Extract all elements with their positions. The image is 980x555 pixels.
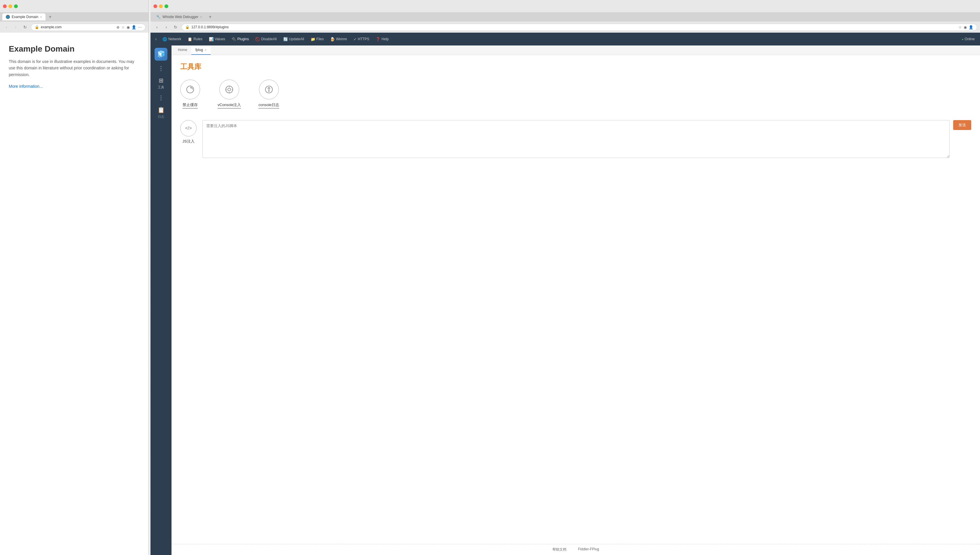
logs-label: 日志 bbox=[158, 115, 164, 119]
footer: 帮助文档 Fiddler-FPlug bbox=[172, 544, 980, 555]
vconsole-icon bbox=[219, 80, 239, 99]
dot-4 bbox=[161, 95, 162, 96]
sidebar-dots-mid bbox=[161, 92, 162, 103]
toolbar-https[interactable]: ✓ HTTPS bbox=[350, 35, 372, 43]
left-minimize-button[interactable] bbox=[8, 4, 12, 8]
sidebar-logo: 🧊 bbox=[154, 48, 167, 61]
right-tab-bar: 🔧 Whistle Web Debugger × + bbox=[151, 12, 980, 22]
right-star-icon[interactable]: ☆ bbox=[958, 25, 962, 29]
footer-fplug-link[interactable]: Fiddler-FPlug bbox=[578, 547, 599, 552]
right-extension-icon[interactable]: ◉ bbox=[964, 25, 967, 29]
right-titlebar bbox=[151, 0, 980, 12]
js-textarea-wrap: 发送 bbox=[202, 120, 971, 158]
right-new-tab-button[interactable]: + bbox=[207, 13, 214, 21]
tools-label: 工具 bbox=[158, 85, 164, 90]
whistle-content: 🧊 ⊞ 工具 bbox=[151, 45, 980, 555]
disableall-icon: 🚫 bbox=[255, 37, 260, 42]
js-inject-label: JS注入 bbox=[182, 139, 194, 144]
toolbar-help[interactable]: ❓ Help bbox=[373, 35, 392, 43]
left-url-bar-icons: ⊕ ☆ ◉ 👤 ⋯ bbox=[116, 25, 142, 29]
left-tab-close[interactable]: × bbox=[40, 15, 42, 19]
right-address-bar: ‹ › ↻ 🔒 127.0.0.1:8899/#plugins ☆ ◉ 👤 bbox=[151, 22, 980, 33]
right-profile-icon[interactable]: 👤 bbox=[969, 25, 973, 29]
toolbar-network[interactable]: 🌐 Network bbox=[159, 35, 184, 43]
footer-help-link[interactable]: 帮助文档 bbox=[553, 547, 566, 552]
dot-2 bbox=[161, 68, 162, 69]
toolbar-network-label: Network bbox=[168, 37, 181, 41]
right-url-bar[interactable]: 🔒 127.0.0.1:8899/#plugins ☆ ◉ 👤 bbox=[182, 24, 977, 31]
tool-console-log[interactable]: console日志 bbox=[259, 80, 279, 108]
tool-vconsole[interactable]: vConsole注入 bbox=[218, 80, 241, 108]
sidebar-item-tools[interactable]: ⊞ 工具 bbox=[151, 74, 172, 92]
left-back-button[interactable]: ‹ bbox=[3, 24, 10, 30]
right-minimize-button[interactable] bbox=[159, 4, 163, 8]
toolbar-weinre-label: Weinre bbox=[336, 37, 347, 41]
right-refresh-button[interactable]: ↻ bbox=[172, 24, 179, 30]
left-star-icon[interactable]: ☆ bbox=[121, 25, 125, 29]
right-back-button[interactable]: ‹ bbox=[153, 24, 161, 30]
right-tab-whistle[interactable]: 🔧 Whistle Web Debugger × bbox=[153, 13, 206, 21]
online-label: Online bbox=[964, 37, 975, 41]
left-close-button[interactable] bbox=[3, 4, 7, 8]
left-browser: 🌐 Example Domain × + ‹ › ↻ 🔒 example.com… bbox=[0, 0, 149, 555]
tabs-bar: Home fplug × bbox=[172, 45, 980, 55]
logo-cube-icon: 🧊 bbox=[154, 48, 167, 61]
right-forward-button[interactable]: › bbox=[163, 24, 170, 30]
svg-point-2 bbox=[228, 88, 231, 91]
left-refresh-button[interactable]: ↻ bbox=[22, 24, 29, 30]
js-inject-row: </> JS注入 发送 bbox=[180, 120, 971, 158]
left-titlebar bbox=[0, 0, 148, 12]
right-maximize-button[interactable] bbox=[164, 4, 168, 8]
tool-disable-cache[interactable]: 禁止缓存 bbox=[180, 80, 200, 108]
vconsole-label: vConsole注入 bbox=[218, 102, 241, 108]
tools-row: 禁止缓存 bbox=[180, 80, 971, 108]
toolbar-online-status: ● Online bbox=[959, 35, 978, 43]
left-tab-favicon: 🌐 bbox=[6, 15, 10, 19]
toolbar-values[interactable]: 📊 Values bbox=[206, 35, 228, 43]
left-new-tab-button[interactable]: + bbox=[47, 13, 54, 21]
right-close-button[interactable] bbox=[153, 4, 157, 8]
plugin-content: 工具库 禁止缓 bbox=[172, 55, 980, 544]
left-tab-example[interactable]: 🌐 Example Domain × bbox=[2, 13, 45, 21]
sidebar: 🧊 ⊞ 工具 bbox=[151, 45, 172, 555]
left-url-text: example.com bbox=[41, 25, 61, 29]
tab-home[interactable]: Home bbox=[174, 45, 191, 55]
right-tab-close[interactable]: × bbox=[200, 15, 202, 19]
values-icon: 📊 bbox=[209, 37, 214, 42]
svg-point-8 bbox=[268, 87, 270, 89]
left-forward-button[interactable]: › bbox=[12, 24, 19, 30]
toolbar-files[interactable]: 📁 Files bbox=[308, 35, 327, 43]
toolbar-weinre[interactable]: 🍺 Weinre bbox=[327, 35, 350, 43]
dot-5 bbox=[161, 97, 162, 98]
tab-fplug[interactable]: fplug × bbox=[191, 45, 210, 55]
tab-home-label: Home bbox=[178, 48, 187, 52]
right-url-text: 127.0.0.1:8899/#plugins bbox=[191, 25, 229, 29]
toolbar-values-label: Values bbox=[215, 37, 225, 41]
files-icon: 📁 bbox=[311, 37, 315, 42]
left-tab-title: Example Domain bbox=[12, 15, 38, 19]
toolbar-updateall[interactable]: 🔄 UpdateAll bbox=[280, 35, 307, 43]
toolbar-disableall[interactable]: 🚫 DisableAll bbox=[252, 35, 280, 43]
left-translate-icon[interactable]: ⊕ bbox=[116, 25, 120, 29]
js-inject-textarea[interactable] bbox=[202, 120, 949, 158]
console-log-icon bbox=[259, 80, 279, 99]
disable-cache-label: 禁止缓存 bbox=[183, 102, 198, 108]
left-url-bar[interactable]: 🔒 example.com ⊕ ☆ ◉ 👤 ⋯ bbox=[31, 24, 146, 31]
toolbar-plugins[interactable]: 🔌 Plugins bbox=[229, 35, 252, 43]
toolbar-rules[interactable]: 📋 Rules bbox=[185, 35, 205, 43]
toolbar-back-button[interactable]: ‹ bbox=[153, 35, 159, 43]
left-profile-icon[interactable]: 👤 bbox=[132, 25, 136, 29]
js-send-button[interactable]: 发送 bbox=[953, 120, 971, 130]
whistle-app: ‹ 🌐 Network 📋 Rules 📊 Values 🔌 Plugins bbox=[151, 33, 980, 555]
left-menu-icon[interactable]: ⋯ bbox=[138, 25, 142, 29]
tab-fplug-close[interactable]: × bbox=[205, 48, 207, 51]
left-maximize-button[interactable] bbox=[14, 4, 18, 8]
left-chrome: 🌐 Example Domain × + ‹ › ↻ 🔒 example.com… bbox=[0, 0, 148, 33]
more-information-link[interactable]: More information... bbox=[9, 84, 43, 88]
sidebar-item-logs[interactable]: 📋 日志 bbox=[151, 103, 172, 122]
right-tab-favicon: 🔧 bbox=[156, 15, 161, 19]
disable-cache-icon bbox=[180, 80, 200, 99]
right-tab-title: Whistle Web Debugger bbox=[162, 15, 198, 19]
left-circle-icon[interactable]: ◉ bbox=[127, 25, 130, 29]
main-panel: Home fplug × 工具库 bbox=[172, 45, 980, 555]
